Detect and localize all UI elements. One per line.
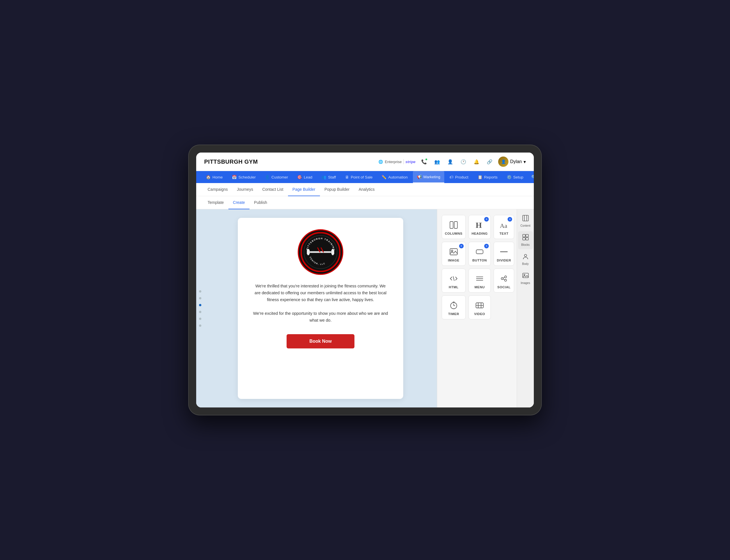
sidebar-tab-content[interactable]: Content <box>518 212 533 230</box>
nav-item-lead[interactable]: 🎯 Lead <box>293 171 316 183</box>
button-plus-btn[interactable]: + <box>484 244 489 248</box>
nav-reports-label: Reports <box>484 175 498 179</box>
share-icon-btn[interactable]: 🔗 <box>485 157 494 166</box>
text-plus-btn[interactable]: + <box>508 217 512 222</box>
panel-item-timer[interactable]: TIMER <box>442 295 466 319</box>
panel-item-video[interactable]: VIDEO <box>469 295 491 319</box>
scroll-dot-4[interactable] <box>199 311 201 313</box>
panel-item-html[interactable]: HTML <box>442 269 466 293</box>
nav-item-customer[interactable]: 👤 Customer <box>261 171 292 183</box>
panel-item-divider[interactable]: DIVIDER <box>494 242 514 266</box>
panel-item-image[interactable]: + IMAGE <box>442 242 466 266</box>
tablet-screen: PITTSBURGH GYM 🌐 Enterprise stripe 📞 👥 👤… <box>196 153 534 407</box>
svg-point-24 <box>505 276 507 278</box>
nav-item-reports[interactable]: 📋 Reports <box>474 171 502 183</box>
divider-label: DIVIDER <box>497 259 511 262</box>
svg-rect-44 <box>523 273 528 278</box>
team-icon-btn[interactable]: 👥 <box>433 157 442 166</box>
nav-search-btn[interactable]: 🔍 <box>528 172 534 183</box>
subnav-page-builder[interactable]: Page Builder <box>288 183 320 196</box>
svg-line-27 <box>503 279 505 280</box>
person-add-icon-btn[interactable]: 👤 <box>446 157 455 166</box>
automation-icon: ✏️ <box>382 175 386 179</box>
scroll-dot-1[interactable] <box>199 290 201 293</box>
nav-item-setup[interactable]: ⚙️ Setup <box>503 171 527 183</box>
panel-content: COLUMNS + H HEADING + <box>437 209 517 407</box>
svg-rect-40 <box>526 234 528 237</box>
subnav-contact-list[interactable]: Contact List <box>258 183 288 196</box>
top-bar-right: 🌐 Enterprise stripe 📞 👥 👤 🕐 🔔 🔗 👤 <box>378 157 526 167</box>
nav-item-pos[interactable]: 🖥 Point of Sale <box>341 171 377 183</box>
content-tab-label: Content <box>520 224 530 227</box>
chevron-down-icon: ▾ <box>524 159 526 165</box>
svg-rect-15 <box>450 249 457 255</box>
scroll-dot-6[interactable] <box>199 324 201 327</box>
book-now-button[interactable]: Book Now <box>287 334 354 348</box>
panel-item-columns[interactable]: COLUMNS <box>442 215 466 239</box>
scroll-dot-2[interactable] <box>199 297 201 299</box>
subnav-campaigns[interactable]: Campaigns <box>203 183 232 196</box>
sidebar-tab-body[interactable]: Body <box>518 250 533 268</box>
nav-item-product[interactable]: 🏷 Product <box>445 171 473 183</box>
panel-item-button[interactable]: + BUTTON <box>469 242 491 266</box>
avatar: 👤 <box>498 157 508 167</box>
bell-icon-btn[interactable]: 🔔 <box>472 157 481 166</box>
divider-icon <box>499 247 508 256</box>
social-label: SOCIAL <box>497 285 510 289</box>
nav-item-marketing[interactable]: 📢 Marketing <box>413 171 444 183</box>
svg-text:Aa: Aa <box>500 222 507 229</box>
clock-icon-btn[interactable]: 🕐 <box>459 157 468 166</box>
lead-icon: 🎯 <box>297 175 302 179</box>
body-icon <box>522 253 529 261</box>
marketing-icon: 📢 <box>417 175 422 179</box>
sidebar-tab-blocks[interactable]: Blocks <box>518 231 533 249</box>
text-label: TEXT <box>500 232 508 235</box>
tab-create[interactable]: Create <box>228 196 250 209</box>
page-card: PITTSBURGH TRAINING & FITNESS CENTER, LL… <box>238 218 403 399</box>
html-label: HTML <box>449 285 459 289</box>
pos-icon: 🖥 <box>345 175 349 179</box>
body-tab-label: Body <box>522 262 529 265</box>
subnav-popup-builder[interactable]: Popup Builder <box>320 183 354 196</box>
phone-icon-btn[interactable]: 📞 <box>419 157 429 166</box>
menu-icon <box>475 274 484 283</box>
panel-item-menu[interactable]: MENU <box>469 269 491 293</box>
heading-label: HEADING <box>472 232 488 235</box>
panel-item-heading[interactable]: + H HEADING <box>469 215 491 239</box>
nav-item-staff[interactable]: 👥 Staff <box>317 171 340 183</box>
html-icon <box>449 274 458 283</box>
subnav-analytics[interactable]: Analytics <box>354 183 379 196</box>
body-text-2: We're excited for the opportunity to sho… <box>252 310 389 324</box>
menu-label: MENU <box>475 285 485 289</box>
online-dot <box>425 158 427 161</box>
tab-publish[interactable]: Publish <box>250 196 272 209</box>
svg-rect-5 <box>307 249 309 255</box>
scroll-dot-5[interactable] <box>199 318 201 320</box>
columns-icon <box>449 220 458 230</box>
staff-icon: 👥 <box>321 175 326 179</box>
body-text-1: We're thrilled that you're interested in… <box>252 283 389 303</box>
svg-rect-17 <box>476 250 483 254</box>
nav-item-automation[interactable]: ✏️ Automation <box>378 171 411 183</box>
subnav-journeys[interactable]: Journeys <box>232 183 258 196</box>
app-title: PITTSBURGH GYM <box>204 159 258 165</box>
nav-item-home[interactable]: 🏠 Home <box>202 171 227 183</box>
nav-automation-label: Automation <box>388 175 407 179</box>
panel-item-text[interactable]: + Aa TEXT <box>494 215 514 239</box>
nav-item-scheduler[interactable]: 📅 Scheduler <box>228 171 260 183</box>
tab-template[interactable]: Template <box>203 196 228 209</box>
svg-line-19 <box>453 276 454 281</box>
heading-plus-btn[interactable]: + <box>484 217 489 222</box>
customer-icon: 👤 <box>265 175 270 179</box>
reports-icon: 📋 <box>478 175 482 179</box>
nav-product-label: Product <box>455 175 469 179</box>
tablet-frame: PITTSBURGH GYM 🌐 Enterprise stripe 📞 👥 👤… <box>188 145 542 415</box>
sidebar-tab-images[interactable]: Images <box>518 269 533 287</box>
button-icon <box>475 247 484 256</box>
user-menu-btn[interactable]: 👤 Dylan ▾ <box>498 157 526 167</box>
images-icon <box>522 272 529 280</box>
panel-item-social[interactable]: SOCIAL <box>494 269 514 293</box>
tab-bar: Template Create Publish <box>196 196 534 209</box>
image-plus-btn[interactable]: + <box>459 244 464 248</box>
scroll-dot-3[interactable] <box>199 304 201 306</box>
